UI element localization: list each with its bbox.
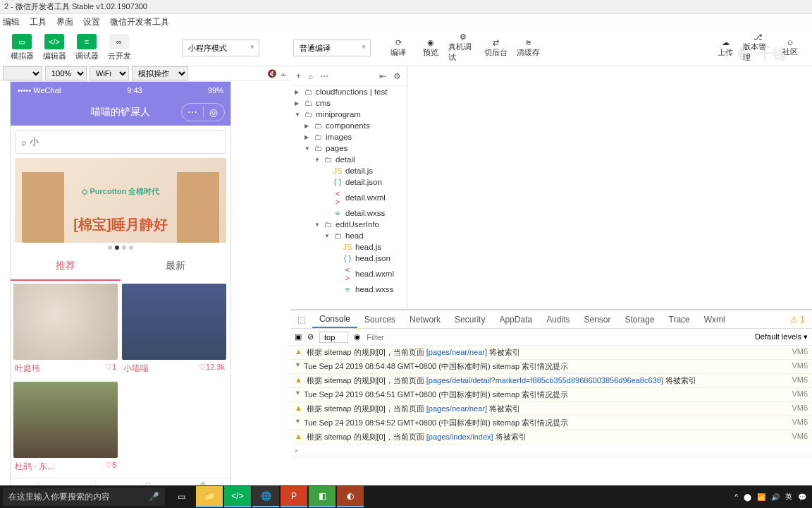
console-output[interactable]: ▲根据 sitemap 的规则[0]，当前页面 [pages/near/near… bbox=[290, 346, 812, 468]
eye-icon[interactable]: ◉ bbox=[354, 332, 361, 341]
dt-tab-appdata[interactable]: AppData bbox=[492, 310, 539, 328]
context-select[interactable]: top bbox=[319, 332, 348, 343]
explorer-icon[interactable]: 📁 bbox=[196, 486, 223, 507]
mock-select[interactable]: 模拟操作 bbox=[132, 66, 188, 80]
network-select[interactable]: WiFi bbox=[90, 66, 129, 80]
dt-warning-badge[interactable]: ⚠ 1 bbox=[783, 310, 812, 328]
tray-icon[interactable]: ⬤ bbox=[744, 493, 751, 501]
menubar: 编辑 工具 界面 设置 微信开发者工具 bbox=[0, 14, 812, 30]
dt-tab-network[interactable]: Network bbox=[402, 310, 448, 328]
capsule-menu[interactable]: ⋯◎ bbox=[181, 103, 225, 121]
devtools-app-icon[interactable]: </> bbox=[224, 486, 251, 507]
menu-tools[interactable]: 工具 bbox=[30, 16, 47, 28]
tree-file[interactable]: ≡detail.wxss bbox=[290, 207, 407, 219]
tree-folder[interactable]: ▶🗀cms bbox=[290, 97, 407, 109]
search-input[interactable]: ⌕ 小 bbox=[15, 130, 226, 154]
dt-tab-wxml[interactable]: Wxml bbox=[697, 310, 732, 328]
tab-newest[interactable]: 最新 bbox=[121, 253, 230, 281]
code-area[interactable] bbox=[407, 66, 812, 309]
stack-icon: ≋ bbox=[525, 38, 531, 47]
device-select[interactable] bbox=[3, 66, 42, 80]
tray-icon[interactable]: ^ bbox=[734, 493, 738, 501]
tree-file[interactable]: { }head.json bbox=[290, 253, 407, 264]
menu-interface[interactable]: 界面 bbox=[56, 16, 73, 28]
tree-folder[interactable]: ▼🗀detail bbox=[290, 154, 407, 165]
banner-person-left bbox=[22, 172, 64, 243]
banner-person-right bbox=[177, 172, 219, 243]
tree-folder[interactable]: ▶🗀components bbox=[290, 120, 407, 131]
menu-edit[interactable]: 编辑 bbox=[3, 16, 20, 28]
notifications-icon[interactable]: 💬 bbox=[798, 493, 806, 501]
editor-button[interactable]: </>编辑器 bbox=[39, 34, 69, 62]
tree-file[interactable]: JSdetail.js bbox=[290, 165, 407, 176]
debugger-button[interactable]: ≡调试器 bbox=[72, 34, 102, 62]
file-tree[interactable]: + ⌕ ⋯ ⇤ ⚙ ▶🗀cloudfunctions | test▶🗀cms▼🗀… bbox=[290, 66, 407, 309]
menu-settings[interactable]: 设置 bbox=[83, 16, 100, 28]
tree-folder[interactable]: ▼🗀head bbox=[290, 230, 407, 241]
target-icon: ◎ bbox=[203, 107, 225, 118]
filter-input[interactable] bbox=[367, 333, 749, 341]
tree-file[interactable]: < >head.wxml bbox=[290, 264, 407, 284]
devtools-tabs: ⬚ Console Sources Network Security AppDa… bbox=[290, 310, 812, 329]
lang-indicator[interactable]: 英 bbox=[785, 492, 792, 502]
background-button[interactable]: ⇄切后台 bbox=[481, 34, 510, 62]
dt-tab-trace[interactable]: Trace bbox=[662, 310, 697, 328]
task-view-icon[interactable]: ▭ bbox=[168, 486, 195, 507]
tab-recommend[interactable]: 推荐 bbox=[11, 253, 121, 281]
tree-file[interactable]: ≡head.wxss bbox=[290, 284, 407, 295]
app-icon[interactable]: ◧ bbox=[309, 486, 336, 507]
clear-icon[interactable]: ⊘ bbox=[307, 332, 314, 341]
detach-icon[interactable]: ⫠ bbox=[280, 69, 288, 78]
levels-select[interactable]: Default levels ▾ bbox=[755, 332, 808, 341]
compile-button[interactable]: ⟳编译 bbox=[383, 34, 413, 62]
card-item[interactable]: 小喵喵♡12.3k bbox=[122, 284, 226, 377]
preview-button[interactable]: ◉预览 bbox=[416, 34, 445, 62]
carrier-label: ••••• WeChat bbox=[18, 86, 61, 95]
banner[interactable]: ◇ Purcotton 全棉时代 [棉宝]睡月静好 bbox=[15, 158, 226, 243]
tree-folder[interactable]: ▼🗀pages bbox=[290, 143, 407, 154]
tree-folder[interactable]: ▼🗀miniprogram bbox=[290, 109, 407, 120]
volume-icon[interactable]: 🔊 bbox=[771, 493, 780, 501]
dt-tab-console[interactable]: Console bbox=[312, 310, 357, 328]
collapse-icon[interactable]: ⇤ bbox=[379, 71, 386, 81]
banner-dots bbox=[11, 246, 230, 250]
dt-tab-storage[interactable]: Storage bbox=[618, 310, 662, 328]
clear-button[interactable]: ≋清缓存 bbox=[513, 34, 543, 62]
compile-mode-select[interactable]: 普通编译 bbox=[293, 40, 371, 56]
card-item[interactable]: 叶庭玮♡1 bbox=[13, 284, 118, 377]
dt-tab-sensor[interactable]: Sensor bbox=[577, 310, 618, 328]
dt-tab-security[interactable]: Security bbox=[448, 310, 492, 328]
content-tabs: 推荐 最新 bbox=[11, 253, 230, 281]
more-icon[interactable]: ⋯ bbox=[320, 71, 328, 81]
mute-icon[interactable]: 🔇 bbox=[267, 69, 277, 78]
devtools: ⬚ Console Sources Network Security AppDa… bbox=[290, 310, 812, 468]
tree-file[interactable]: < >detail.wxml bbox=[290, 188, 407, 207]
inspector-icon[interactable]: ⬚ bbox=[290, 310, 312, 328]
add-file-icon[interactable]: + bbox=[296, 71, 301, 81]
content-grid[interactable]: 叶庭玮♡1 小喵喵♡12.3k 杜鹃 · 东...♡5 bbox=[11, 281, 230, 478]
tree-folder[interactable]: ▼🗀editUserInfo bbox=[290, 219, 407, 230]
zoom-select[interactable]: 100% bbox=[45, 66, 87, 80]
powerpoint-icon[interactable]: P bbox=[281, 486, 307, 507]
console-filter-bar: ▣ ⊘ top ◉ Default levels ▾ bbox=[290, 329, 812, 346]
simulator-button[interactable]: ▭模拟器 bbox=[7, 34, 37, 62]
chrome-icon[interactable]: 🌐 bbox=[252, 486, 279, 507]
card-image bbox=[13, 284, 118, 360]
dt-tab-audits[interactable]: Audits bbox=[539, 310, 577, 328]
tree-folder[interactable]: ▶🗀cloudfunctions | test bbox=[290, 86, 407, 97]
mode-select[interactable]: 小程序模式 bbox=[182, 40, 259, 56]
tree-folder[interactable]: ▶🗀images bbox=[290, 131, 407, 143]
remote-button[interactable]: ⚙真机调试 bbox=[448, 34, 478, 62]
search-file-icon[interactable]: ⌕ bbox=[308, 71, 313, 81]
card-item[interactable]: 杜鹃 · 东...♡5 bbox=[13, 382, 118, 476]
dt-tab-sources[interactable]: Sources bbox=[357, 310, 402, 328]
taskbar-search[interactable]: 在这里输入你要搜索的内容🎤 bbox=[3, 488, 165, 506]
menu-devtools[interactable]: 微信开发者工具 bbox=[110, 16, 169, 28]
settings-icon[interactable]: ⚙ bbox=[393, 71, 401, 81]
tree-file[interactable]: JShead.js bbox=[290, 241, 407, 253]
app-icon[interactable]: ◐ bbox=[337, 486, 364, 507]
cloud-button[interactable]: ∞云开发 bbox=[104, 34, 134, 62]
wifi-icon[interactable]: 📶 bbox=[757, 493, 765, 501]
toggle-icon[interactable]: ▣ bbox=[295, 332, 302, 341]
tree-file[interactable]: { }detail.json bbox=[290, 176, 407, 188]
